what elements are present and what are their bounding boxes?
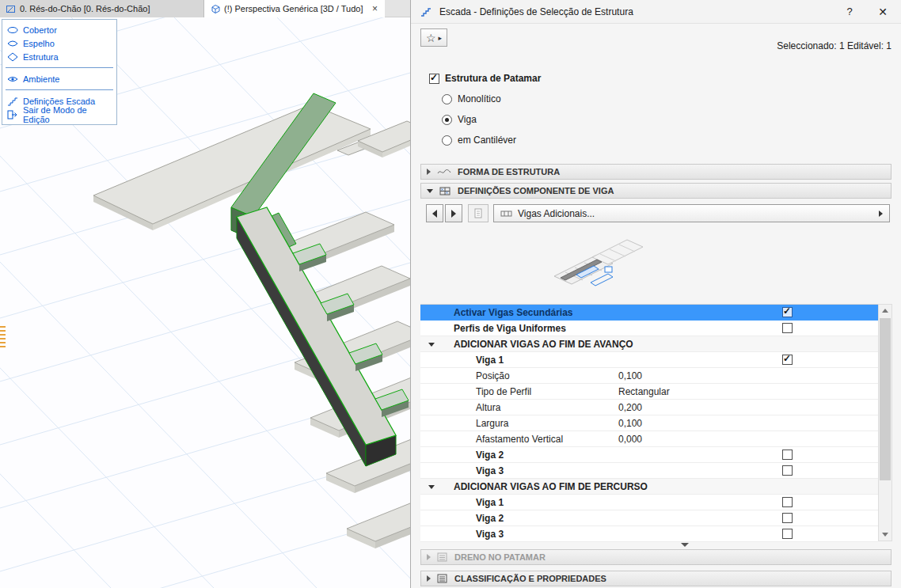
stair-settings-icon [7, 97, 18, 106]
table-scrollbar[interactable] [878, 304, 892, 541]
radio-viga[interactable]: Viga [442, 114, 477, 125]
stair-structure-settings-dialog: Escada - Definições de Selecção de Estru… [410, 0, 901, 588]
table-row-viga2-avanco[interactable]: Viga 2 [420, 447, 878, 463]
table-group-fim-de-avanco[interactable]: ADICIONAR VIGAS AO FIM DE AVANÇO [420, 336, 878, 352]
dialog-title: Escada - Definições de Selecção de Estru… [439, 6, 633, 17]
table-row-viga2-percurso[interactable]: Viga 2 [420, 510, 878, 526]
section-label: DRENO NO PATAMAR [454, 552, 546, 562]
group-expander-icon[interactable] [428, 485, 435, 489]
row-checkbox[interactable] [782, 355, 793, 365]
palette-dock-handle[interactable] [0, 326, 6, 350]
group-expander-icon[interactable] [428, 343, 435, 347]
section-forma-de-estrutura[interactable]: FORMA DE ESTRUTURA [420, 164, 891, 180]
table-row-viga1-percurso[interactable]: Viga 1 [420, 495, 878, 510]
close-button[interactable]: ✕ [874, 4, 891, 20]
table-row-viga3-percurso[interactable]: Viga 3 [420, 526, 878, 542]
palette-separator [6, 67, 113, 68]
table-row-posicao[interactable]: Posição 0,100 [420, 368, 878, 384]
palette-separator [6, 89, 113, 90]
palette-item-ambiente[interactable]: Ambiente [2, 72, 116, 85]
tab-3d-perspective[interactable]: (!) Perspectiva Genérica [3D / Tudo] × [204, 0, 385, 17]
row-checkbox[interactable] [782, 323, 793, 333]
structure-shape-icon [437, 168, 451, 176]
row-value[interactable]: 0,100 [618, 370, 642, 381]
table-row-viga3-avanco[interactable]: Viga 3 [420, 463, 878, 479]
table-row-tipo-de-perfil[interactable]: Tipo de Perfil Rectangular [420, 384, 878, 400]
palette-item-espelho[interactable]: Espelho [2, 36, 116, 50]
next-component-button[interactable] [445, 204, 462, 222]
next-arrow-icon [451, 210, 456, 218]
scroll-up-button[interactable] [879, 305, 891, 317]
riser-icon [7, 39, 18, 48]
table-row-afastamento-vertical[interactable]: Afastamento Vertical 0,000 [420, 431, 878, 447]
table-row-viga1-avanco[interactable]: Viga 1 [420, 352, 878, 368]
row-checkbox[interactable] [782, 307, 793, 317]
row-value[interactable]: 0,100 [618, 418, 642, 429]
section-label: FORMA DE ESTRUTURA [458, 167, 560, 176]
view-tab-bar: 0. Rés-do-Chão [0. Rés-do-Chão] (!) Pers… [0, 0, 410, 17]
help-button[interactable]: ? [841, 4, 858, 20]
section-classificacao-propriedades[interactable]: CLASSIFICAÇÃO E PROPRIEDADES [420, 571, 891, 586]
tab-floor-plan[interactable]: 0. Rés-do-Chão [0. Rés-do-Chão] [0, 0, 204, 17]
application-window: 0. Rés-do-Chão [0. Rés-do-Chão] (!) Pers… [0, 0, 901, 588]
radio-circle[interactable] [442, 94, 452, 104]
row-checkbox[interactable] [782, 497, 793, 507]
row-checkbox[interactable] [782, 529, 793, 539]
favorites-button[interactable]: ☆ ▸ [420, 28, 447, 47]
prev-arrow-icon [432, 210, 437, 218]
table-group-fim-de-percurso[interactable]: ADICIONAR VIGAS AO FIM DE PERCURSO [420, 479, 878, 495]
row-value[interactable]: 0,200 [618, 402, 642, 413]
checkbox-box[interactable] [429, 74, 439, 84]
beam-preview-drawing [549, 227, 654, 302]
stair-dialog-icon [420, 6, 432, 17]
radio-monolitico[interactable]: Monolítico [442, 93, 501, 104]
row-label: Viga 3 [476, 529, 504, 540]
row-checkbox[interactable] [782, 465, 793, 476]
row-value[interactable]: 0,000 [618, 434, 642, 445]
palette-item-label: Cobertor [23, 25, 57, 35]
section-label: CLASSIFICAÇÃO E PROPRIEDADES [454, 574, 606, 583]
section-dreno-no-patamar[interactable]: DRENO NO PATAMAR [420, 549, 891, 565]
beam-parameter-table: Activar Vigas Secundárias Perfis de Viga… [420, 304, 878, 541]
section-definicoes-componente-viga[interactable]: DEFINIÇÕES COMPONENTE DE VIGA [420, 183, 891, 199]
tab-close-icon[interactable]: × [371, 3, 379, 14]
radio-circle[interactable] [442, 135, 452, 146]
radio-em-cantilever[interactable]: em Cantiléver [442, 135, 516, 146]
list-resize-handle[interactable] [681, 543, 689, 547]
palette-item-sair-modo-edicao[interactable]: Sair de Modo de Edição [2, 108, 116, 121]
component-settings-button-disabled[interactable] [468, 204, 489, 222]
floor-plan-icon [6, 4, 16, 14]
prev-component-button[interactable] [426, 204, 443, 222]
table-row-perfis-uniformes[interactable]: Perfis de Viga Uniformes [420, 321, 878, 336]
beam-component-icon [439, 186, 451, 196]
scrollbar-thumb[interactable] [880, 318, 891, 480]
palette-item-label: Sair de Modo de Edição [23, 105, 112, 124]
properties-list-icon [437, 574, 448, 583]
palette-item-cobertor[interactable]: Cobertor [2, 23, 116, 36]
row-checkbox[interactable] [782, 513, 793, 523]
group-label: ADICIONAR VIGAS AO FIM DE PERCURSO [454, 481, 648, 492]
row-value[interactable]: Rectangular [618, 386, 670, 397]
dropdown-flyout-arrow-icon [879, 211, 883, 217]
radio-label: Monolítico [458, 93, 501, 104]
page-icon [473, 208, 483, 218]
scroll-down-icon [882, 533, 888, 537]
estrutura-patamar-checkbox[interactable]: Estrutura de Patamar [429, 73, 541, 84]
table-row-altura[interactable]: Altura 0,200 [420, 400, 878, 415]
scroll-down-button[interactable] [879, 529, 891, 541]
group-label: ADICIONAR VIGAS AO FIM DE AVANÇO [454, 339, 633, 350]
component-dropdown[interactable]: Vigas Adicionais... [493, 204, 890, 222]
tab-label: (!) Perspectiva Genérica [3D / Tudo] [224, 4, 363, 13]
environment-eye-icon [7, 74, 18, 84]
radio-circle[interactable] [442, 115, 452, 125]
checkbox-label: Estrutura de Patamar [445, 73, 541, 84]
row-label: Viga 1 [476, 497, 504, 508]
table-row-activar-vigas-secundarias[interactable]: Activar Vigas Secundárias [420, 305, 878, 321]
palette-item-estrutura[interactable]: Estrutura [2, 50, 116, 63]
palette-item-label: Ambiente [23, 74, 59, 84]
row-label: Tipo de Perfil [476, 386, 531, 397]
table-row-largura[interactable]: Largura 0,100 [420, 415, 878, 431]
row-checkbox[interactable] [782, 450, 793, 460]
tread-icon [7, 25, 18, 35]
row-label: Posição [476, 370, 510, 381]
